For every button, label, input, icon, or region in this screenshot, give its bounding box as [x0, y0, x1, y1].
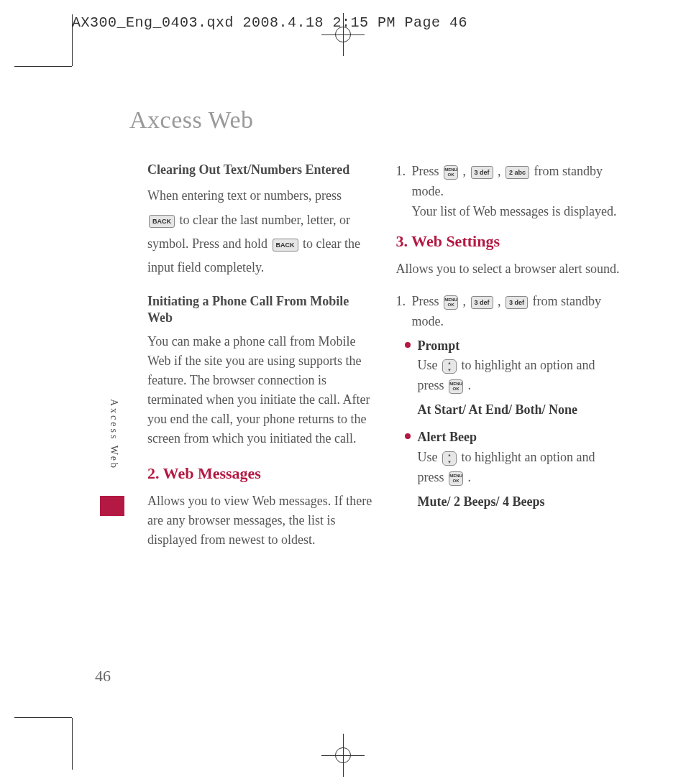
- manual-page: AX300_Eng_0403.qxd 2008.4.18 2:15 PM Pag…: [0, 0, 686, 784]
- side-section-label: Axcess Web: [108, 399, 119, 470]
- crop-mark: [14, 717, 72, 718]
- column-right: 1. Press MENUOK , 3 def , 2 abc from sta…: [396, 162, 622, 705]
- back-key-icon: BACK: [149, 215, 175, 228]
- bullet-icon: [405, 433, 411, 439]
- page-number: 46: [95, 667, 111, 686]
- text: Use: [418, 450, 442, 464]
- section-heading: 2. Web Messages: [147, 461, 373, 486]
- text: ,: [498, 164, 504, 178]
- text: Press: [412, 164, 443, 178]
- menu-ok-key-icon: MENUOK: [444, 295, 458, 310]
- subheading: Initiating a Phone Call From Mobile Web: [147, 293, 373, 327]
- page-title: Axcess Web: [129, 106, 254, 134]
- nav-key-icon: [442, 451, 457, 466]
- step-number: 1.: [396, 292, 412, 332]
- menu-ok-key-icon: MENUOK: [449, 471, 463, 486]
- paragraph: Allows you to select a browser alert sou…: [396, 259, 622, 279]
- options-list: At Start/ At End/ Both/ None: [418, 400, 622, 420]
- bullet-icon: [405, 342, 411, 348]
- text: Press: [412, 294, 443, 308]
- text: Use: [418, 358, 442, 372]
- bullet-title: Prompt: [418, 338, 460, 353]
- text: When entering text or numbers, press: [147, 188, 342, 203]
- subheading: Clearing Out Text/Numbers Entered: [147, 162, 373, 178]
- content-columns: Clearing Out Text/Numbers Entered When e…: [147, 162, 621, 705]
- back-key-icon: BACK: [273, 239, 298, 252]
- step-item: 1. Press MENUOK , 3 def , 3 def from sta…: [396, 292, 622, 332]
- key-3-icon: 3 def: [506, 296, 528, 309]
- step-number: 1.: [396, 162, 412, 222]
- step-item: 1. Press MENUOK , 3 def , 2 abc from sta…: [396, 162, 622, 222]
- bullet-title: Alert Beep: [418, 430, 477, 444]
- bullet-body: Prompt Use to highlight an option and pr…: [418, 336, 622, 397]
- key-3-icon: 3 def: [471, 166, 493, 179]
- key-2-icon: 2 abc: [506, 166, 529, 179]
- text: Your list of Web messages is displayed.: [412, 204, 617, 218]
- text: ,: [463, 294, 470, 308]
- registration-mark-bottom: [329, 741, 357, 770]
- crop-mark: [72, 14, 73, 66]
- bullet-body: Alert Beep Use to highlight an option an…: [418, 428, 622, 488]
- paragraph: You can make a phone call from Mobile We…: [147, 332, 373, 448]
- registration-mark-top: [329, 20, 357, 49]
- text: .: [468, 378, 472, 392]
- crop-mark: [72, 718, 73, 770]
- text: .: [468, 470, 472, 484]
- side-tab-marker: [100, 496, 124, 516]
- paragraph: Allows you to view Web messages. If ther…: [147, 492, 373, 550]
- column-left: Clearing Out Text/Numbers Entered When e…: [147, 162, 373, 705]
- menu-ok-key-icon: MENUOK: [444, 165, 458, 180]
- crop-mark: [14, 66, 72, 67]
- menu-ok-key-icon: MENUOK: [449, 379, 463, 394]
- section-heading: 3. Web Settings: [396, 229, 622, 254]
- print-header: AX300_Eng_0403.qxd 2008.4.18 2:15 PM Pag…: [72, 14, 467, 31]
- paragraph: When entering text or numbers, press BAC…: [147, 184, 373, 280]
- options-list: Mute/ 2 Beeps/ 4 Beeps: [418, 492, 622, 512]
- nav-key-icon: [442, 359, 457, 374]
- text: ,: [498, 294, 504, 308]
- step-body: Press MENUOK , 3 def , 3 def from standb…: [412, 292, 622, 332]
- bullet-item: Alert Beep Use to highlight an option an…: [405, 428, 622, 488]
- step-body: Press MENUOK , 3 def , 2 abc from standb…: [412, 162, 622, 222]
- bullet-item: Prompt Use to highlight an option and pr…: [405, 336, 622, 397]
- text: ,: [463, 164, 470, 178]
- key-3-icon: 3 def: [471, 296, 493, 309]
